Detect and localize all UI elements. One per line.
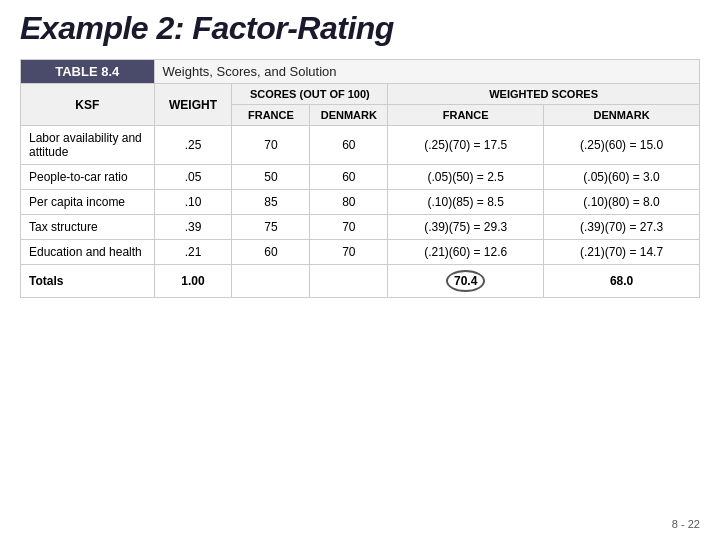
totals-weight: 1.00	[154, 265, 232, 298]
table-row: People-to-car ratio .05 50 60 (.05)(50) …	[21, 165, 700, 190]
denmark-score-cell: 80	[310, 190, 388, 215]
weight-cell: .05	[154, 165, 232, 190]
totals-label: Totals	[21, 265, 155, 298]
table-row: Tax structure .39 75 70 (.39)(75) = 29.3…	[21, 215, 700, 240]
table-row: Per capita income .10 85 80 (.10)(85) = …	[21, 190, 700, 215]
totals-france-weighted: 70.4	[388, 265, 544, 298]
totals-denmark-score	[310, 265, 388, 298]
ksf-cell: Labor availability and attitude	[21, 126, 155, 165]
france-weighted-header: FRANCE	[388, 105, 544, 126]
table-row: Education and health .21 60 70 (.21)(60)…	[21, 240, 700, 265]
weights-scores-label: Weights, Scores, and Solution	[154, 60, 699, 84]
denmark-weighted-cell: (.05)(60) = 3.0	[544, 165, 700, 190]
denmark-weighted-cell: (.21)(70) = 14.7	[544, 240, 700, 265]
france-score-cell: 75	[232, 215, 310, 240]
denmark-weighted-cell: (.39)(70) = 27.3	[544, 215, 700, 240]
table-header-row-2: KSF WEIGHT SCORES (OUT OF 100) WEIGHTED …	[21, 84, 700, 105]
page-container: Example 2: Factor-Rating TABLE 8.4 Weigh…	[0, 0, 720, 540]
weight-cell: .39	[154, 215, 232, 240]
france-total-circled: 70.4	[446, 270, 485, 292]
scores-group-header: SCORES (OUT OF 100)	[232, 84, 388, 105]
totals-france-score	[232, 265, 310, 298]
ksf-cell: Education and health	[21, 240, 155, 265]
denmark-weighted-cell: (.10)(80) = 8.0	[544, 190, 700, 215]
table-number-cell: TABLE 8.4	[21, 60, 155, 84]
weight-cell: .10	[154, 190, 232, 215]
denmark-weighted-header: DENMARK	[544, 105, 700, 126]
ksf-header: KSF	[21, 84, 155, 126]
denmark-score-cell: 70	[310, 240, 388, 265]
totals-row: Totals 1.00 70.4 68.0	[21, 265, 700, 298]
main-table: TABLE 8.4 Weights, Scores, and Solution …	[20, 59, 700, 298]
france-score-cell: 50	[232, 165, 310, 190]
france-score-header: FRANCE	[232, 105, 310, 126]
weighted-group-header: WEIGHTED SCORES	[388, 84, 700, 105]
ksf-cell: People-to-car ratio	[21, 165, 155, 190]
denmark-score-header: DENMARK	[310, 105, 388, 126]
weight-cell: .25	[154, 126, 232, 165]
denmark-score-cell: 70	[310, 215, 388, 240]
france-weighted-cell: (.10)(85) = 8.5	[388, 190, 544, 215]
france-score-cell: 60	[232, 240, 310, 265]
france-weighted-cell: (.39)(75) = 29.3	[388, 215, 544, 240]
table-header-row-1: TABLE 8.4 Weights, Scores, and Solution	[21, 60, 700, 84]
denmark-score-cell: 60	[310, 165, 388, 190]
france-weighted-cell: (.05)(50) = 2.5	[388, 165, 544, 190]
weight-cell: .21	[154, 240, 232, 265]
france-score-cell: 85	[232, 190, 310, 215]
france-weighted-cell: (.21)(60) = 12.6	[388, 240, 544, 265]
totals-denmark-weighted: 68.0	[544, 265, 700, 298]
france-score-cell: 70	[232, 126, 310, 165]
page-number: 8 - 22	[672, 518, 700, 530]
weight-header: WEIGHT	[154, 84, 232, 126]
france-weighted-cell: (.25)(70) = 17.5	[388, 126, 544, 165]
denmark-weighted-cell: (.25)(60) = 15.0	[544, 126, 700, 165]
denmark-score-cell: 60	[310, 126, 388, 165]
ksf-cell: Per capita income	[21, 190, 155, 215]
page-title: Example 2: Factor-Rating	[20, 10, 700, 47]
ksf-cell: Tax structure	[21, 215, 155, 240]
table-row: Labor availability and attitude .25 70 6…	[21, 126, 700, 165]
